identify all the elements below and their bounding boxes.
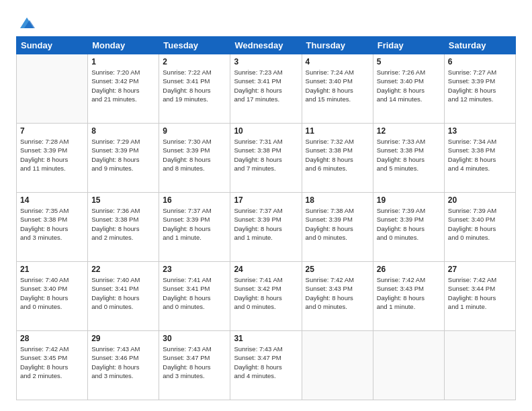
calendar-cell: 11Sunrise: 7:32 AM Sunset: 3:38 PM Dayli… [302, 124, 373, 193]
day-info: Sunrise: 7:27 AM Sunset: 3:39 PM Dayligh… [448, 68, 512, 103]
day-number: 10 [234, 126, 298, 136]
calendar-cell: 29Sunrise: 7:43 AM Sunset: 3:46 PM Dayli… [88, 331, 159, 400]
calendar-cell: 10Sunrise: 7:31 AM Sunset: 3:38 PM Dayli… [230, 124, 302, 193]
day-info: Sunrise: 7:36 AM Sunset: 3:38 PM Dayligh… [91, 206, 155, 242]
calendar-cell [302, 331, 373, 400]
day-number: 9 [163, 126, 226, 136]
day-number: 5 [377, 57, 441, 66]
day-number: 31 [234, 334, 298, 343]
day-number: 22 [91, 265, 155, 274]
day-number: 24 [234, 265, 298, 274]
day-info: Sunrise: 7:43 AM Sunset: 3:47 PM Dayligh… [234, 345, 298, 380]
calendar-cell: 19Sunrise: 7:39 AM Sunset: 3:39 PM Dayli… [373, 193, 444, 262]
calendar-cell: 3Sunrise: 7:23 AM Sunset: 3:41 PM Daylig… [230, 54, 302, 124]
day-info: Sunrise: 7:22 AM Sunset: 3:41 PM Dayligh… [163, 68, 226, 103]
day-number: 27 [448, 265, 512, 274]
day-number: 3 [234, 57, 298, 66]
day-info: Sunrise: 7:39 AM Sunset: 3:39 PM Dayligh… [377, 206, 441, 242]
calendar-cell: 2Sunrise: 7:22 AM Sunset: 3:41 PM Daylig… [159, 54, 230, 124]
day-info: Sunrise: 7:33 AM Sunset: 3:38 PM Dayligh… [377, 137, 441, 173]
day-info: Sunrise: 7:31 AM Sunset: 3:38 PM Dayligh… [234, 137, 298, 173]
day-number: 21 [20, 265, 84, 274]
day-number: 6 [448, 57, 512, 66]
day-number: 25 [306, 265, 369, 274]
logo [16, 13, 36, 30]
calendar-cell: 25Sunrise: 7:42 AM Sunset: 3:43 PM Dayli… [302, 262, 373, 331]
day-number: 2 [163, 57, 226, 66]
day-info: Sunrise: 7:26 AM Sunset: 3:40 PM Dayligh… [377, 68, 441, 103]
day-info: Sunrise: 7:41 AM Sunset: 3:41 PM Dayligh… [163, 275, 226, 311]
calendar-cell: 21Sunrise: 7:40 AM Sunset: 3:40 PM Dayli… [17, 262, 88, 331]
day-info: Sunrise: 7:23 AM Sunset: 3:41 PM Dayligh… [234, 68, 298, 103]
weekday-header-sunday: Sunday [17, 37, 88, 54]
day-info: Sunrise: 7:30 AM Sunset: 3:39 PM Dayligh… [163, 137, 226, 173]
calendar-cell: 4Sunrise: 7:24 AM Sunset: 3:40 PM Daylig… [302, 54, 373, 124]
weekday-header-friday: Friday [373, 37, 444, 54]
calendar-cell: 31Sunrise: 7:43 AM Sunset: 3:47 PM Dayli… [230, 331, 302, 400]
day-info: Sunrise: 7:42 AM Sunset: 3:43 PM Dayligh… [377, 275, 441, 311]
day-number: 30 [163, 334, 226, 343]
calendar-week-row: 1Sunrise: 7:20 AM Sunset: 3:42 PM Daylig… [17, 54, 516, 124]
calendar-week-row: 21Sunrise: 7:40 AM Sunset: 3:40 PM Dayli… [17, 262, 516, 331]
day-info: Sunrise: 7:43 AM Sunset: 3:47 PM Dayligh… [163, 345, 226, 380]
day-number: 23 [163, 265, 226, 274]
day-info: Sunrise: 7:39 AM Sunset: 3:40 PM Dayligh… [448, 206, 512, 242]
day-number: 14 [20, 195, 84, 205]
day-info: Sunrise: 7:34 AM Sunset: 3:38 PM Dayligh… [448, 137, 512, 173]
weekday-header-wednesday: Wednesday [230, 37, 302, 54]
header [16, 13, 516, 30]
weekday-header-monday: Monday [88, 37, 159, 54]
day-info: Sunrise: 7:37 AM Sunset: 3:39 PM Dayligh… [234, 206, 298, 242]
calendar-cell: 16Sunrise: 7:37 AM Sunset: 3:39 PM Dayli… [159, 193, 230, 262]
weekday-header-tuesday: Tuesday [159, 37, 230, 54]
day-info: Sunrise: 7:28 AM Sunset: 3:39 PM Dayligh… [20, 137, 84, 173]
calendar-week-row: 7Sunrise: 7:28 AM Sunset: 3:39 PM Daylig… [17, 124, 516, 193]
day-number: 19 [377, 195, 441, 205]
calendar-cell: 23Sunrise: 7:41 AM Sunset: 3:41 PM Dayli… [159, 262, 230, 331]
calendar-cell: 12Sunrise: 7:33 AM Sunset: 3:38 PM Dayli… [373, 124, 444, 193]
calendar-cell [444, 331, 515, 400]
calendar-cell: 6Sunrise: 7:27 AM Sunset: 3:39 PM Daylig… [444, 54, 515, 124]
calendar-week-row: 14Sunrise: 7:35 AM Sunset: 3:38 PM Dayli… [17, 193, 516, 262]
page: SundayMondayTuesdayWednesdayThursdayFrid… [0, 0, 532, 411]
day-info: Sunrise: 7:42 AM Sunset: 3:44 PM Dayligh… [448, 275, 512, 311]
calendar-cell: 5Sunrise: 7:26 AM Sunset: 3:40 PM Daylig… [373, 54, 444, 124]
calendar-cell: 9Sunrise: 7:30 AM Sunset: 3:39 PM Daylig… [159, 124, 230, 193]
day-number: 20 [448, 195, 512, 205]
day-info: Sunrise: 7:40 AM Sunset: 3:40 PM Dayligh… [20, 275, 84, 311]
day-number: 18 [306, 195, 369, 205]
day-info: Sunrise: 7:42 AM Sunset: 3:45 PM Dayligh… [20, 345, 84, 380]
day-info: Sunrise: 7:37 AM Sunset: 3:39 PM Dayligh… [163, 206, 226, 242]
day-info: Sunrise: 7:29 AM Sunset: 3:39 PM Dayligh… [91, 137, 155, 173]
calendar-cell [373, 331, 444, 400]
calendar-cell: 15Sunrise: 7:36 AM Sunset: 3:38 PM Dayli… [88, 193, 159, 262]
calendar-cell: 18Sunrise: 7:38 AM Sunset: 3:39 PM Dayli… [302, 193, 373, 262]
day-info: Sunrise: 7:38 AM Sunset: 3:39 PM Dayligh… [306, 206, 369, 242]
calendar-cell: 30Sunrise: 7:43 AM Sunset: 3:47 PM Dayli… [159, 331, 230, 400]
calendar-cell [17, 54, 88, 124]
day-number: 13 [448, 126, 512, 136]
weekday-header-saturday: Saturday [444, 37, 515, 54]
calendar-week-row: 28Sunrise: 7:42 AM Sunset: 3:45 PM Dayli… [17, 331, 516, 400]
weekday-header-thursday: Thursday [302, 37, 373, 54]
calendar-cell: 20Sunrise: 7:39 AM Sunset: 3:40 PM Dayli… [444, 193, 515, 262]
day-number: 7 [20, 126, 84, 136]
day-number: 29 [91, 334, 155, 343]
calendar-cell: 27Sunrise: 7:42 AM Sunset: 3:44 PM Dayli… [444, 262, 515, 331]
weekday-header-row: SundayMondayTuesdayWednesdayThursdayFrid… [17, 37, 516, 54]
calendar-cell: 28Sunrise: 7:42 AM Sunset: 3:45 PM Dayli… [17, 331, 88, 400]
calendar-cell: 24Sunrise: 7:41 AM Sunset: 3:42 PM Dayli… [230, 262, 302, 331]
day-info: Sunrise: 7:35 AM Sunset: 3:38 PM Dayligh… [20, 206, 84, 242]
day-info: Sunrise: 7:40 AM Sunset: 3:41 PM Dayligh… [91, 275, 155, 311]
day-number: 17 [234, 195, 298, 205]
day-number: 1 [91, 57, 155, 66]
calendar-cell: 26Sunrise: 7:42 AM Sunset: 3:43 PM Dayli… [373, 262, 444, 331]
day-info: Sunrise: 7:20 AM Sunset: 3:42 PM Dayligh… [91, 68, 155, 103]
day-info: Sunrise: 7:24 AM Sunset: 3:40 PM Dayligh… [306, 68, 369, 103]
day-number: 28 [20, 334, 84, 343]
day-info: Sunrise: 7:41 AM Sunset: 3:42 PM Dayligh… [234, 275, 298, 311]
calendar-cell: 1Sunrise: 7:20 AM Sunset: 3:42 PM Daylig… [88, 54, 159, 124]
day-number: 16 [163, 195, 226, 205]
logo-icon [17, 13, 36, 32]
day-number: 15 [91, 195, 155, 205]
